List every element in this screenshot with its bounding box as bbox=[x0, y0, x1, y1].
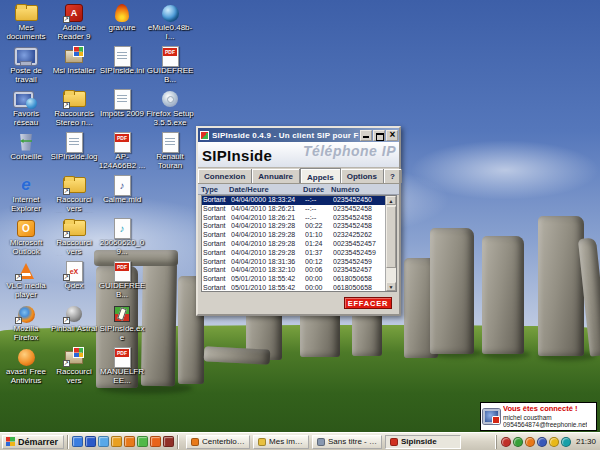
scrollbar[interactable]: ▲ ▼ bbox=[385, 196, 396, 291]
icon-qdex[interactable]: Qdex bbox=[50, 261, 98, 304]
icon-image bbox=[14, 132, 38, 152]
icon-renault-touran[interactable]: Renault Touran Rodger Sang... bbox=[146, 132, 194, 175]
icon-guidefreeb-1[interactable]: GUIDEFREEB... bbox=[98, 261, 146, 304]
icon-label: VLC media player bbox=[2, 282, 50, 299]
icon-raccourci-qslice[interactable]: Raccourci vers qslice.exe bbox=[50, 347, 98, 390]
icon-label: Poste de travail bbox=[2, 67, 50, 84]
table-row[interactable]: Sortant 04/04/2010 18:31:36 00:12 023545… bbox=[202, 258, 385, 267]
ql-photo-icon[interactable] bbox=[137, 436, 148, 447]
icon-sipinside-ini[interactable]: SIPInside.ini bbox=[98, 46, 146, 89]
icon-sipinside-exe[interactable]: SIPInside.exe bbox=[98, 304, 146, 347]
cell-type: Sortant bbox=[203, 275, 231, 284]
shortcut-arrow-icon bbox=[63, 360, 70, 367]
ql-browser-icon[interactable] bbox=[98, 436, 109, 447]
icon-mes-documents[interactable]: Mes documents bbox=[2, 3, 50, 46]
cell-type: Sortant bbox=[203, 214, 231, 223]
icon-vlc-media-player[interactable]: VLC media player bbox=[2, 261, 50, 304]
stone bbox=[482, 236, 524, 354]
tray-scheduler-icon[interactable] bbox=[549, 437, 559, 447]
icon-favoris-reseau[interactable]: Favoris réseau bbox=[2, 89, 50, 132]
col-type: Type bbox=[201, 185, 229, 194]
cell-number: 0235452459 bbox=[333, 258, 385, 267]
icon-image bbox=[62, 261, 86, 281]
tab[interactable]: Appels bbox=[300, 168, 341, 183]
ql-media-icon[interactable] bbox=[111, 436, 122, 447]
task-paint[interactable]: Sans titre - Paint bbox=[312, 435, 382, 449]
tray-emule-icon[interactable] bbox=[561, 437, 571, 447]
icon-impots-2009[interactable]: Impôts 2009 bbox=[98, 89, 146, 132]
icon-gravure[interactable]: gravure bbox=[98, 3, 146, 46]
table-row[interactable]: Sortant 04/04/2010 18:29:28 01:10 023242… bbox=[202, 231, 385, 240]
start-button[interactable]: Démarrer bbox=[2, 435, 64, 449]
table-row[interactable]: Sortant 04/04/2010 18:26:21 --:-- 023545… bbox=[202, 214, 385, 223]
scroll-thumb[interactable] bbox=[386, 206, 396, 268]
icon-guidefreeb-2[interactable]: GUIDEFREEB... bbox=[146, 46, 194, 89]
tab[interactable]: ? bbox=[384, 169, 402, 183]
scroll-up-icon[interactable]: ▲ bbox=[386, 196, 396, 205]
tab[interactable]: Annuaire bbox=[252, 169, 300, 183]
effacer-button[interactable]: EFFACER bbox=[344, 297, 392, 309]
icon-raccourci-ib4554km[interactable]: Raccourci vers IB4554KM bbox=[50, 175, 98, 218]
window-footer: EFFACER bbox=[198, 292, 399, 314]
tray-display-icon[interactable] bbox=[501, 437, 511, 447]
task-mes-images[interactable]: Mes images bbox=[253, 435, 309, 449]
icon-image bbox=[110, 132, 134, 152]
table-row[interactable]: Sortant 04/04/2010 18:26:21 --:-- 023545… bbox=[202, 205, 385, 214]
task-label: Sipinside bbox=[401, 437, 437, 446]
icon-label: Adobe Reader 9 bbox=[50, 24, 98, 41]
shortcut-arrow-icon bbox=[63, 231, 70, 238]
tab[interactable]: Connexion bbox=[198, 169, 252, 183]
icon-raccourcis-stereo[interactable]: Raccourcis Stereo n... bbox=[50, 89, 98, 132]
icon-emule-installer[interactable]: eMule0.48b-I... bbox=[146, 3, 194, 46]
tab[interactable]: Options bbox=[341, 169, 384, 183]
icon-20060620[interactable]: 20060620_09... bbox=[98, 218, 146, 261]
ql-opera-icon[interactable] bbox=[163, 436, 174, 447]
icon-avast-free-antivirus[interactable]: avast! Free Antivirus bbox=[2, 347, 50, 390]
task-centerblog[interactable]: Centerblog : Gérer ... bbox=[186, 435, 250, 449]
icon-microsoft-outlook[interactable]: Microsoft Outlook bbox=[2, 218, 50, 261]
icon-raccourci-vacances[interactable]: Raccourci vers Vacances 19... bbox=[50, 218, 98, 261]
minimize-button[interactable] bbox=[360, 130, 372, 141]
ql-mail-icon[interactable] bbox=[150, 436, 161, 447]
icon-internet-explorer[interactable]: Internet Explorer bbox=[2, 175, 50, 218]
icon-msi-installer[interactable]: Msi Installer bbox=[50, 46, 98, 89]
tray-update-icon[interactable] bbox=[513, 437, 523, 447]
tray-network-icon[interactable] bbox=[537, 437, 547, 447]
icon-mozilla-firefox[interactable]: Mozilla Firefox bbox=[2, 304, 50, 347]
scroll-down-icon[interactable]: ▼ bbox=[386, 282, 396, 291]
cell-duration: 01:37 bbox=[305, 249, 333, 258]
icon-poste-de-travail[interactable]: Poste de travail bbox=[2, 46, 50, 89]
ql-show-desktop-icon[interactable] bbox=[85, 436, 96, 447]
icon-image bbox=[14, 46, 38, 66]
icon-firefox-setup[interactable]: Firefox Setup 3.5.5.exe bbox=[146, 89, 194, 132]
icon-pinball-astral[interactable]: Pinball Astral bbox=[50, 304, 98, 347]
table-row[interactable]: Sortant 04/04/2010 18:29:28 01:24 002354… bbox=[202, 240, 385, 249]
table-row[interactable]: Sortant 04/04/2010 18:29:28 01:37 002354… bbox=[202, 249, 385, 258]
shortcut-arrow-icon bbox=[63, 16, 70, 23]
maximize-button[interactable] bbox=[373, 130, 385, 141]
table-row[interactable]: Sortant 04/04/2010 18:32:10 00:06 023545… bbox=[202, 266, 385, 275]
window-titlebar[interactable]: SIPInside 0.4.9 - Un client SIP pour Fre… bbox=[198, 128, 399, 142]
cell-datetime: 04/04/2010 18:26:21 bbox=[231, 214, 305, 223]
table-row[interactable]: Sortant 04/04/0000 18:33:24 --:-- 023545… bbox=[202, 196, 385, 205]
icon-ap-124a66b2[interactable]: AP-124A66B2 ... bbox=[98, 132, 146, 175]
task-sipinside[interactable]: Sipinside bbox=[385, 435, 461, 449]
ql-firefox-icon[interactable] bbox=[124, 436, 135, 447]
icon-adobe-reader-9[interactable]: Adobe Reader 9 bbox=[50, 3, 98, 46]
table-row[interactable]: Sortant 04/04/2010 18:29:28 00:22 023545… bbox=[202, 222, 385, 231]
sipinside-window: SIPInside 0.4.9 - Un client SIP pour Fre… bbox=[196, 126, 401, 316]
icon-label: MANUELFREE... bbox=[98, 368, 146, 385]
icon-image bbox=[110, 89, 134, 109]
tray-avast-icon[interactable] bbox=[525, 437, 535, 447]
cell-duration: 00:22 bbox=[305, 222, 333, 231]
table-row[interactable]: Sortant 05/01/2010 18:55:42 00:00 061805… bbox=[202, 284, 385, 292]
icon-manuelfree[interactable]: MANUELFREE... bbox=[98, 347, 146, 390]
connection-notification[interactable]: Vous êtes connecté ! michel coustham 095… bbox=[480, 402, 597, 431]
table-row[interactable]: Sortant 05/01/2010 18:55:42 00:00 061805… bbox=[202, 275, 385, 284]
icon-sipinside-log[interactable]: SIPInside.log bbox=[50, 132, 98, 175]
ql-internet-explorer-icon[interactable] bbox=[72, 436, 83, 447]
close-button[interactable] bbox=[386, 130, 398, 141]
icon-corbeille[interactable]: Corbeille bbox=[2, 132, 50, 175]
icon-calme-mid[interactable]: Calme.mid bbox=[98, 175, 146, 218]
cell-type: Sortant bbox=[203, 249, 231, 258]
